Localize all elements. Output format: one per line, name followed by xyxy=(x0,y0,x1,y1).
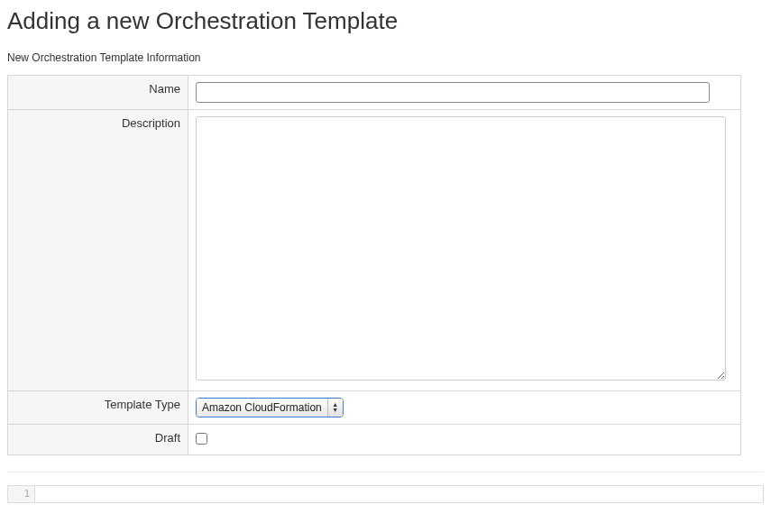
form-table: Name Description Template Type Amazon Cl… xyxy=(7,75,741,455)
description-textarea[interactable] xyxy=(196,116,726,381)
template-type-select[interactable]: Amazon CloudFormation ▲ ▼ xyxy=(196,398,344,417)
code-editor[interactable]: 1 xyxy=(7,485,764,503)
section-subtitle: New Orchestration Template Information xyxy=(7,51,764,64)
select-stepper-icon: ▲ ▼ xyxy=(328,399,343,417)
row-draft: Draft xyxy=(8,425,741,455)
name-input[interactable] xyxy=(196,82,710,103)
code-gutter: 1 xyxy=(8,486,35,502)
draft-checkbox[interactable] xyxy=(196,433,207,445)
divider xyxy=(7,472,764,472)
label-draft: Draft xyxy=(8,425,188,455)
row-template-type: Template Type Amazon CloudFormation ▲ ▼ xyxy=(8,391,741,425)
row-description: Description xyxy=(8,110,741,391)
code-body[interactable] xyxy=(35,486,763,502)
row-name: Name xyxy=(8,76,741,110)
label-template-type: Template Type xyxy=(8,391,188,425)
label-description: Description xyxy=(8,110,188,391)
template-type-selected: Amazon CloudFormation xyxy=(197,399,328,417)
label-name: Name xyxy=(8,76,188,110)
page-title: Adding a new Orchestration Template xyxy=(7,7,764,35)
